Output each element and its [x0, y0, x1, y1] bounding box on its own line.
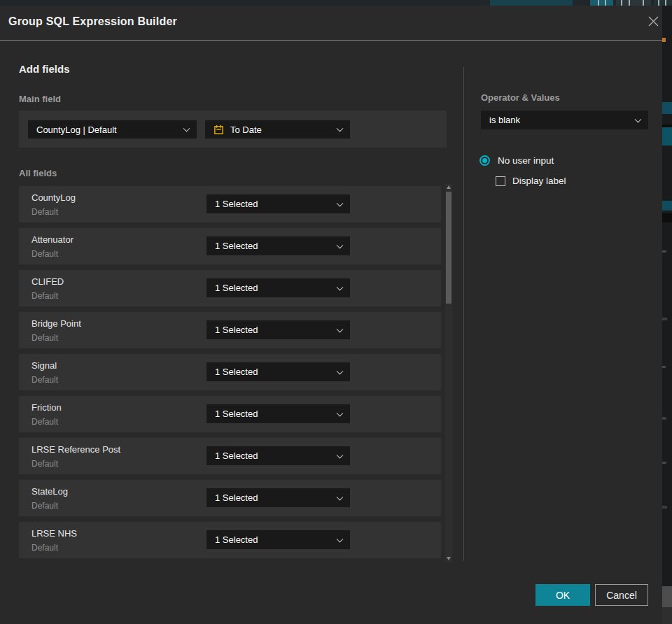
field-subtitle: Default	[31, 417, 58, 427]
live-view-label: Live view	[515, 0, 550, 2]
field-row: Attenuator Default 1 Selected	[19, 228, 441, 264]
field-selected-value: 1 Selected	[215, 199, 258, 209]
field-name: LRSE NHS	[31, 528, 77, 539]
field-selected-value: 1 Selected	[215, 492, 258, 503]
operator-dropdown-value: is blank	[489, 115, 520, 125]
field-selected-value: 1 Selected	[215, 283, 258, 293]
field-subtitle: Default	[31, 333, 58, 343]
display-label-text: Display label	[512, 176, 566, 186]
field-selected-dropdown[interactable]: 1 Selected	[206, 194, 350, 213]
background-top-strip: Live view	[0, 0, 672, 6]
field-row: Friction Default 1 Selected	[19, 396, 441, 432]
chevron-down-icon	[183, 125, 190, 132]
field-row: CountyLog Default 1 Selected	[19, 186, 441, 222]
live-view-chip: Live view	[490, 0, 573, 6]
field-selected-dropdown[interactable]: 1 Selected	[206, 530, 350, 549]
background-right-strip	[662, 6, 672, 624]
field-subtitle: Default	[31, 207, 58, 217]
field-subtitle: Default	[31, 249, 58, 259]
field-row: LRSE Reference Post Default 1 Selected	[19, 438, 441, 474]
operator-dropdown[interactable]: is blank	[481, 111, 648, 129]
field-name: LRSE Reference Post	[31, 444, 120, 455]
field-name: Attenuator	[31, 234, 74, 245]
field-row: Bridge Point Default 1 Selected	[19, 312, 441, 348]
background-toolbar-fragment	[616, 0, 651, 6]
background-toolbar-fragment	[590, 0, 613, 6]
chevron-down-icon	[337, 325, 344, 332]
operator-values-label: Operator & Values	[481, 92, 560, 103]
field-subtitle: Default	[31, 501, 58, 511]
field-selected-dropdown[interactable]: 1 Selected	[206, 362, 350, 381]
field-name: Signal	[31, 360, 57, 371]
field-row: StateLog Default 1 Selected	[19, 480, 441, 516]
field-name: StateLog	[31, 486, 68, 497]
close-icon	[648, 15, 659, 30]
chevron-down-icon	[337, 367, 344, 374]
field-selected-value: 1 Selected	[215, 409, 258, 419]
date-type-dropdown[interactable]: To Date	[205, 120, 350, 139]
cancel-button[interactable]: Cancel	[595, 584, 648, 606]
main-field-panel: CountyLog | Default To Date	[19, 111, 447, 148]
title-separator	[0, 40, 662, 41]
field-selected-value: 1 Selected	[215, 241, 258, 251]
field-row: LRSE NHS Default 1 Selected	[19, 522, 441, 558]
field-row: CLIFED Default 1 Selected	[19, 270, 441, 306]
chevron-down-icon	[337, 283, 344, 290]
field-subtitle: Default	[31, 375, 58, 385]
panel-divider	[463, 67, 464, 561]
dialog-title-bar: Group SQL Expression Builder	[0, 6, 662, 40]
chevron-down-icon	[337, 409, 344, 416]
field-selected-dropdown[interactable]: 1 Selected	[206, 488, 350, 507]
display-label-checkbox[interactable]: Display label	[496, 176, 566, 186]
field-name: CountyLog	[31, 192, 76, 203]
chevron-down-icon	[635, 115, 642, 122]
radio-selected-icon	[479, 155, 490, 166]
no-user-input-label: No user input	[498, 155, 554, 166]
scroll-down-arrow-icon[interactable]	[447, 557, 451, 560]
field-subtitle: Default	[31, 459, 58, 469]
close-button[interactable]	[644, 13, 662, 31]
add-fields-heading: Add fields	[19, 63, 70, 75]
field-subtitle: Default	[31, 291, 58, 301]
calendar-icon	[214, 125, 224, 135]
chevron-down-icon	[337, 241, 344, 248]
dialog-title: Group SQL Expression Builder	[8, 15, 177, 28]
chevron-down-icon	[337, 125, 344, 132]
ok-button[interactable]: OK	[536, 584, 590, 606]
field-selected-dropdown[interactable]: 1 Selected	[206, 236, 350, 255]
field-selected-value: 1 Selected	[215, 367, 258, 377]
chevron-down-icon	[337, 535, 344, 542]
field-row: Signal Default 1 Selected	[19, 354, 441, 390]
background-toolbar-fragment	[654, 0, 672, 6]
field-name: Bridge Point	[31, 318, 81, 329]
main-field-dropdown-value: CountyLog | Default	[36, 125, 117, 135]
field-selected-dropdown[interactable]: 1 Selected	[206, 446, 350, 465]
chevron-down-icon	[337, 199, 344, 206]
main-field-label: Main field	[19, 94, 61, 104]
checkbox-unchecked-icon	[496, 176, 505, 186]
field-selected-dropdown[interactable]: 1 Selected	[206, 404, 350, 423]
fields-list-scrollbar[interactable]	[445, 183, 452, 562]
field-selected-value: 1 Selected	[215, 325, 258, 335]
date-type-dropdown-value: To Date	[230, 125, 262, 135]
field-selected-value: 1 Selected	[215, 451, 258, 461]
field-selected-value: 1 Selected	[215, 534, 258, 545]
main-field-dropdown[interactable]: CountyLog | Default	[28, 120, 197, 139]
scrollbar-thumb[interactable]	[446, 192, 451, 304]
field-subtitle: Default	[31, 543, 58, 553]
field-selected-dropdown[interactable]: 1 Selected	[206, 278, 350, 297]
field-name: Friction	[31, 402, 62, 413]
group-sql-expression-builder-dialog: Group SQL Expression Builder Add fields …	[0, 6, 662, 624]
scroll-up-arrow-icon[interactable]	[447, 185, 451, 189]
chevron-down-icon	[337, 493, 344, 500]
all-fields-label: All fields	[19, 168, 57, 178]
chevron-down-icon	[337, 451, 344, 458]
no-user-input-radio[interactable]: No user input	[479, 155, 554, 166]
field-selected-dropdown[interactable]: 1 Selected	[206, 320, 350, 339]
field-name: CLIFED	[31, 276, 64, 287]
